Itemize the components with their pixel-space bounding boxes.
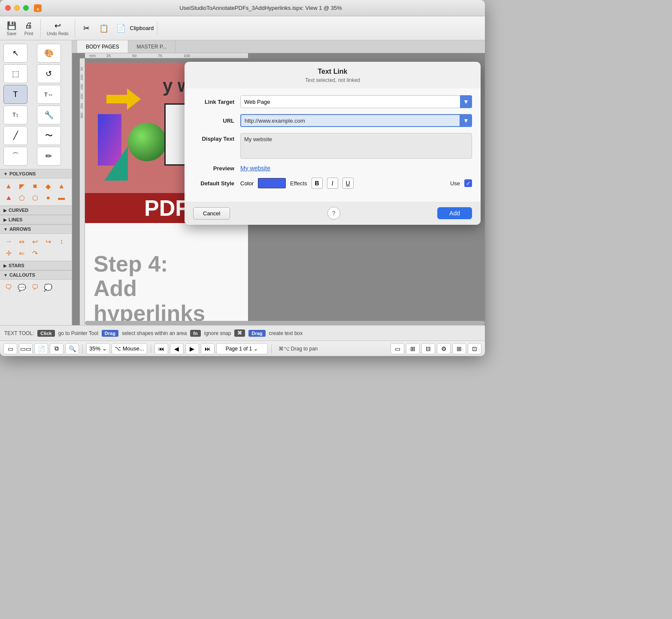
add-button[interactable]: Add	[437, 207, 472, 219]
arrow4[interactable]: ↪	[43, 236, 53, 247]
triangle3-shape[interactable]: ▲	[56, 181, 67, 191]
callouts-header[interactable]: ▼ CALLOUTS	[0, 270, 72, 280]
square-shape[interactable]: ■	[30, 181, 40, 191]
text-resize-tool[interactable]: T↔	[37, 85, 61, 104]
save-button[interactable]: 💾 Save	[3, 19, 20, 38]
lines-label: LINES	[9, 217, 22, 222]
minimize-button[interactable]	[14, 5, 20, 11]
link-target-dropdown[interactable]: ▼	[460, 95, 472, 108]
bezier-tool[interactable]: 〜	[37, 126, 61, 145]
callout1[interactable]: 🗨	[3, 282, 14, 293]
callout2[interactable]: 💬	[17, 282, 27, 293]
mouse-control[interactable]: ⌥ Mouse...	[112, 343, 147, 354]
link-target-select[interactable]: Web Page	[240, 95, 460, 108]
arrow2[interactable]: ⇔	[17, 236, 27, 247]
cmd-badge: ⌘	[234, 329, 245, 337]
eyedropper-tool[interactable]: 🔧	[37, 106, 61, 124]
arrow3[interactable]: ↩	[30, 236, 40, 247]
color-swatch[interactable]	[258, 178, 286, 188]
search-btn[interactable]: 🔍	[65, 343, 79, 354]
view-thumb-btn[interactable]: ⧉	[50, 343, 64, 354]
canvas-content[interactable]: mm 25 50 75 100 300 250 200 150 100 50	[72, 53, 485, 325]
stars-header[interactable]: ▶ STARS	[0, 261, 72, 270]
circle-shape[interactable]: ●	[43, 193, 53, 203]
close-button[interactable]	[5, 5, 11, 11]
tab-master-pages[interactable]: MASTER P...	[128, 40, 176, 53]
cut-button[interactable]: ✂	[79, 21, 95, 35]
curved-header[interactable]: ▶ CURVED	[0, 205, 72, 215]
hexagon-shape[interactable]: ⬡	[30, 193, 40, 203]
arrow5[interactable]: ↕	[56, 236, 67, 247]
magic-tool[interactable]: 🎨	[37, 44, 61, 63]
rect-shape[interactable]: ▬	[56, 193, 67, 203]
view-page-btn[interactable]: 📄	[34, 343, 48, 354]
callout4[interactable]: 💭	[43, 282, 53, 293]
use-checkbox[interactable]: ✓	[464, 179, 472, 187]
page-prev-btn[interactable]: ◀	[170, 343, 184, 354]
triangle2-shape[interactable]: ◤	[17, 181, 27, 191]
print-button[interactable]: 🖨 Print	[21, 19, 37, 38]
copy-button[interactable]: 📋	[96, 21, 112, 35]
pentagon-shape[interactable]: ⬠	[17, 193, 27, 203]
default-style-row: Default Style Color Effects B I U Use ✓	[193, 178, 472, 189]
url-input[interactable]	[240, 114, 460, 127]
polygons-header[interactable]: ▼ POLYGONS	[0, 169, 72, 178]
settings-btn[interactable]: ⚙	[437, 343, 451, 354]
view-mode-2[interactable]: ⊞	[406, 343, 420, 354]
preview-row: Preview My website	[193, 165, 472, 172]
help-button[interactable]: ?	[327, 207, 340, 220]
curved-arrow: ▶	[3, 208, 7, 213]
page-first-btn[interactable]: ⏮	[154, 343, 168, 354]
underline-button[interactable]: U	[342, 178, 354, 189]
view-single-btn[interactable]: ▭	[3, 343, 17, 354]
undo-button[interactable]: ↩ Undo Redo	[44, 19, 71, 38]
text-tool active[interactable]: T	[3, 85, 27, 104]
view-mode-3[interactable]: ⊟	[421, 343, 435, 354]
rotate-tool[interactable]: ↺	[37, 64, 61, 83]
page-of-control[interactable]: Page 1 of 1 ⌄	[216, 343, 268, 354]
drag-badge: Drag	[102, 330, 118, 337]
select-tool[interactable]: ⬚	[3, 64, 27, 83]
grid-buttons: ▭ ⊞ ⊟ ⚙ ⊞ ⊡	[390, 343, 481, 354]
pen-tool[interactable]: ✏	[37, 147, 61, 166]
zoom-control[interactable]: 35% ⌄	[86, 343, 110, 354]
arrow6[interactable]: ✛	[3, 248, 14, 258]
line-tool[interactable]: ╱	[3, 126, 27, 145]
preview-label: Preview	[193, 165, 240, 172]
arrow7[interactable]: ⇐	[17, 248, 27, 258]
paste-button[interactable]: 📄	[113, 21, 129, 35]
display-text-row: Display Text My website	[193, 133, 472, 159]
pointer-tool[interactable]: ↖	[3, 44, 27, 63]
bezier2-tool[interactable]: ⌒	[3, 147, 27, 166]
callout3[interactable]: 🗩	[30, 282, 40, 293]
maximize-button[interactable]	[23, 5, 29, 11]
display-text-box[interactable]: My website	[240, 133, 472, 159]
arrow8[interactable]: ↷	[30, 248, 40, 258]
url-dropdown[interactable]: ▼	[460, 114, 472, 127]
triangle-shape[interactable]: ▲	[3, 181, 14, 191]
triangle4-shape[interactable]: 🔺	[3, 193, 14, 203]
diamond-shape[interactable]: ◆	[43, 181, 53, 191]
grid-btn[interactable]: ⊞	[452, 343, 466, 354]
link-target-label: Link Target	[193, 99, 240, 105]
view-spread-btn[interactable]: ▭▭	[19, 343, 33, 354]
italic-button[interactable]: I	[327, 178, 338, 189]
arrows-header[interactable]: ▼ ARROWS	[0, 224, 72, 234]
polygons-arrow: ▼	[3, 172, 8, 176]
arrow1[interactable]: →	[3, 236, 14, 247]
bold-button[interactable]: B	[312, 178, 323, 189]
tab-body-pages[interactable]: BODY PAGES	[77, 40, 128, 53]
text-edit-tool[interactable]: T↕	[3, 106, 27, 124]
click-desc: go to Pointer Tool	[58, 330, 98, 336]
cancel-button[interactable]: Cancel	[193, 207, 230, 220]
page-next-btn[interactable]: ▶	[185, 343, 199, 354]
save-icon: 💾	[6, 21, 17, 31]
page-last-btn[interactable]: ⏭	[201, 343, 215, 354]
color-label: Color	[240, 180, 254, 187]
preview-link[interactable]: My website	[240, 165, 270, 172]
extra-btn[interactable]: ⊡	[468, 343, 481, 354]
print-label: Print	[24, 31, 33, 36]
url-label: URL	[193, 118, 240, 124]
lines-header[interactable]: ▶ LINES	[0, 215, 72, 224]
view-mode-1[interactable]: ▭	[390, 343, 404, 354]
